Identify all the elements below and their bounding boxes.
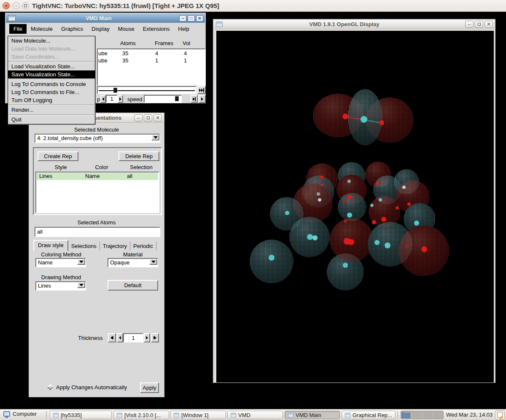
menubar-item-help[interactable]: Help xyxy=(174,24,194,34)
file-menu-item[interactable]: Quit xyxy=(8,116,95,124)
step-value-field[interactable]: 1 xyxy=(106,95,118,103)
atom-dot xyxy=(347,180,351,183)
step-forward-button[interactable] xyxy=(191,95,198,103)
thickness-label: Thickness xyxy=(78,335,103,341)
thickness-increment-button[interactable] xyxy=(144,333,150,342)
representation-list[interactable]: LinesNameall xyxy=(35,172,159,213)
tab-draw-style[interactable]: Draw style xyxy=(33,240,68,251)
opengl-close-icon[interactable]: ✕ xyxy=(484,21,493,28)
vmd-main-close-icon[interactable]: ✕ xyxy=(196,15,203,22)
tray-notes-button[interactable] xyxy=(495,410,505,420)
opengl-canvas[interactable] xyxy=(216,31,494,382)
menubar-item-molecule[interactable]: Molecule xyxy=(27,24,57,34)
representation-row[interactable]: LinesNameall xyxy=(37,173,158,180)
density-lobe-teal xyxy=(338,193,366,221)
workspace-pager[interactable] xyxy=(401,411,444,419)
speed-slider[interactable] xyxy=(144,95,182,103)
jump-to-end-button[interactable] xyxy=(197,86,206,94)
menubar-item-file[interactable]: File xyxy=(9,24,27,34)
taskbar-button-vmd-main[interactable]: VMD Main xyxy=(285,411,340,419)
molecule-row[interactable]: ube3511 xyxy=(98,57,205,65)
molecule-row[interactable]: ube3544 xyxy=(98,50,205,57)
thickness-value-field[interactable]: 1 xyxy=(123,333,143,342)
create-rep-button[interactable]: Create Rep xyxy=(38,151,78,161)
taskbar-grip[interactable] xyxy=(397,411,399,419)
window-icon xyxy=(53,413,59,417)
taskbar-button--visit-2-10-0-[interactable]: [VisIt 2.10.0 [... xyxy=(113,411,169,419)
gr-maximize-icon[interactable] xyxy=(144,114,152,121)
dropdown-arrow-icon xyxy=(77,282,85,288)
selected-molecule-value: 4: 2.total_density.cube (off) xyxy=(35,134,160,143)
atom-dot xyxy=(348,239,354,245)
taskbar-button-vmd[interactable]: VMD xyxy=(227,411,283,419)
default-button[interactable]: Default xyxy=(108,280,158,291)
opengl-minimize-icon[interactable]: – xyxy=(465,21,474,28)
taskbar-computer-button[interactable]: Computer xyxy=(3,411,37,417)
thickness-fast-increment-button[interactable] xyxy=(151,333,159,342)
material-dropdown[interactable]: Opaque xyxy=(108,258,158,267)
step-decrement-button[interactable] xyxy=(100,95,106,103)
vmd-main-titlebar[interactable]: VMD Main – □ ✕ xyxy=(6,13,205,23)
drawing-method-dropdown[interactable]: Lines xyxy=(35,281,86,291)
play-button[interactable] xyxy=(199,95,206,103)
menubar-item-mouse[interactable]: Mouse xyxy=(114,24,139,34)
tab-selections[interactable]: Selections xyxy=(68,242,100,250)
step-increment-button[interactable] xyxy=(118,95,123,103)
vnc-titlebar[interactable]: ✕ – TightVNC: TurboVNC: hy5335:11 (fruwl… xyxy=(0,0,506,12)
apply-changes-label: Apply Changes Automatically xyxy=(56,384,127,390)
coloring-method-dropdown[interactable]: Name xyxy=(35,258,86,267)
atom-dot xyxy=(344,219,347,223)
apply-button[interactable]: Apply xyxy=(140,382,159,393)
file-menu-item[interactable]: Load Visualization State... xyxy=(8,62,95,70)
file-menu-item[interactable]: Render... xyxy=(8,106,95,114)
file-menu-item[interactable]: Turn Off Logging xyxy=(8,96,95,104)
rep-header-color: Color xyxy=(85,164,118,170)
tab-periodic[interactable]: Periodic xyxy=(130,242,156,250)
file-menu-item[interactable]: Log Tcl Commands to File... xyxy=(8,88,95,96)
workspace-1[interactable] xyxy=(401,411,412,419)
taskbar-button-graphical-rep-[interactable]: Graphical Rep... xyxy=(342,411,396,419)
molecule-list[interactable]: ube3544ube3511 xyxy=(97,48,206,86)
atom-dot xyxy=(402,186,406,189)
selected-atoms-input[interactable]: all xyxy=(35,227,160,237)
workspace-2[interactable] xyxy=(412,411,422,419)
vmd-main-maximize-icon[interactable]: □ xyxy=(188,15,195,22)
vnc-minimize-icon[interactable]: – xyxy=(13,2,20,9)
vnc-maximize-icon[interactable] xyxy=(22,2,29,9)
file-menu-item[interactable]: Save Coordinates... xyxy=(8,53,95,61)
file-menu-item[interactable]: Save Visualization State... xyxy=(8,70,95,78)
gr-minimize-icon[interactable]: – xyxy=(134,114,143,121)
atom-dot xyxy=(347,213,352,218)
thickness-fast-decrement-button[interactable] xyxy=(108,333,116,342)
frame-slider[interactable] xyxy=(97,86,196,94)
atom-dot xyxy=(379,120,384,125)
taskbar-button--hy5335-[interactable]: [hy5335] xyxy=(50,411,112,419)
cell: 4 xyxy=(184,50,187,57)
vmd-main-minimize-icon[interactable]: – xyxy=(179,15,186,22)
frame-slider-handle[interactable] xyxy=(113,88,117,93)
atom-dot xyxy=(376,182,379,185)
workspace-4[interactable] xyxy=(433,411,443,419)
speed-slider-handle[interactable] xyxy=(175,96,179,101)
apply-changes-checkbox[interactable] xyxy=(47,384,53,390)
cell: 1 xyxy=(184,57,187,64)
file-menu-item[interactable]: New Molecule... xyxy=(8,37,95,45)
file-menu-item[interactable]: Log Tcl Commands to Console xyxy=(8,80,95,88)
gr-close-icon[interactable]: ✕ xyxy=(153,114,162,121)
taskbar-grip[interactable] xyxy=(46,411,48,419)
opengl-titlebar[interactable]: VMD 1.9.1 OpenGL Display – ✕ xyxy=(214,20,495,29)
vnc-close-icon[interactable]: ✕ xyxy=(3,2,10,9)
tab-trajectory[interactable]: Trajectory xyxy=(100,242,130,250)
atom-dot xyxy=(342,113,348,119)
file-menu-item[interactable]: Load Data Into Molecule... xyxy=(8,45,95,53)
selected-molecule-dropdown[interactable]: 4: 2.total_density.cube (off) xyxy=(35,134,160,143)
thickness-decrement-button[interactable] xyxy=(117,333,123,342)
workspace-3[interactable] xyxy=(423,411,433,419)
menubar-item-extensions[interactable]: Extensions xyxy=(139,24,174,34)
menubar-item-graphics[interactable]: Graphics xyxy=(57,24,87,34)
menubar-item-display[interactable]: Display xyxy=(87,24,114,34)
opengl-maximize-icon[interactable] xyxy=(475,21,483,28)
column-header-vol: Vol xyxy=(183,40,190,46)
taskbar-button--window-1-[interactable]: [Window 1] xyxy=(170,411,226,419)
delete-rep-button[interactable]: Delete Rep xyxy=(118,151,159,161)
